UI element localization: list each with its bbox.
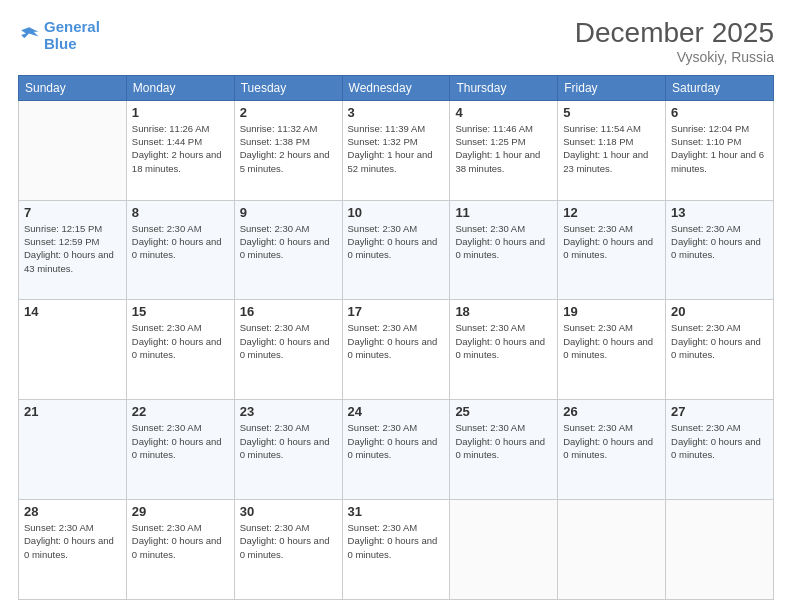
day-info: Sunset: 2:30 AM Daylight: 0 hours and 0 … [240,521,337,561]
calendar-week-row: 1Sunrise: 11:26 AM Sunset: 1:44 PM Dayli… [19,100,774,200]
day-number: 2 [240,105,337,120]
day-info: Sunset: 2:30 AM Daylight: 0 hours and 0 … [671,222,768,262]
day-info: Sunset: 2:30 AM Daylight: 0 hours and 0 … [563,222,660,262]
table-row: 5Sunrise: 11:54 AM Sunset: 1:18 PM Dayli… [558,100,666,200]
day-number: 17 [348,304,445,319]
table-row: 9Sunset: 2:30 AM Daylight: 0 hours and 0… [234,200,342,300]
day-number: 27 [671,404,768,419]
day-number: 21 [24,404,121,419]
table-row: 19Sunset: 2:30 AM Daylight: 0 hours and … [558,300,666,400]
day-info: Sunset: 2:30 AM Daylight: 0 hours and 0 … [24,521,121,561]
table-row: 22Sunset: 2:30 AM Daylight: 0 hours and … [126,400,234,500]
svg-marker-0 [21,27,38,38]
day-info: Sunset: 2:30 AM Daylight: 0 hours and 0 … [348,222,445,262]
table-row: 20Sunset: 2:30 AM Daylight: 0 hours and … [666,300,774,400]
day-number: 26 [563,404,660,419]
day-info: Sunset: 2:30 AM Daylight: 0 hours and 0 … [455,222,552,262]
header: General Blue December 2025 Vysokiy, Russ… [18,18,774,65]
table-row: 12Sunset: 2:30 AM Daylight: 0 hours and … [558,200,666,300]
logo-general: General [44,18,100,35]
table-row: 31Sunset: 2:30 AM Daylight: 0 hours and … [342,500,450,600]
table-row: 4Sunrise: 11:46 AM Sunset: 1:25 PM Dayli… [450,100,558,200]
col-sunday: Sunday [19,75,127,100]
day-number: 13 [671,205,768,220]
day-number: 5 [563,105,660,120]
day-info: Sunset: 2:30 AM Daylight: 0 hours and 0 … [455,321,552,361]
day-number: 15 [132,304,229,319]
day-info: Sunset: 2:30 AM Daylight: 0 hours and 0 … [671,421,768,461]
day-number: 29 [132,504,229,519]
day-info: Sunset: 2:30 AM Daylight: 0 hours and 0 … [563,421,660,461]
location: Vysokiy, Russia [575,49,774,65]
day-info: Sunrise: 11:26 AM Sunset: 1:44 PM Daylig… [132,122,229,175]
day-number: 1 [132,105,229,120]
day-info: Sunrise: 11:39 AM Sunset: 1:32 PM Daylig… [348,122,445,175]
calendar-week-row: 2122Sunset: 2:30 AM Daylight: 0 hours an… [19,400,774,500]
calendar-table: Sunday Monday Tuesday Wednesday Thursday… [18,75,774,600]
table-row [558,500,666,600]
day-info: Sunset: 2:30 AM Daylight: 0 hours and 0 … [563,321,660,361]
day-info: Sunset: 2:30 AM Daylight: 0 hours and 0 … [132,321,229,361]
day-number: 22 [132,404,229,419]
page: General Blue December 2025 Vysokiy, Russ… [0,0,792,612]
day-info: Sunset: 2:30 AM Daylight: 0 hours and 0 … [455,421,552,461]
day-info: Sunset: 2:30 AM Daylight: 0 hours and 0 … [132,421,229,461]
day-info: Sunset: 2:30 AM Daylight: 0 hours and 0 … [240,321,337,361]
table-row: 21 [19,400,127,500]
title-block: December 2025 Vysokiy, Russia [575,18,774,65]
calendar-header-row: Sunday Monday Tuesday Wednesday Thursday… [19,75,774,100]
day-number: 8 [132,205,229,220]
day-number: 11 [455,205,552,220]
day-info: Sunset: 2:30 AM Daylight: 0 hours and 0 … [348,421,445,461]
day-info: Sunrise: 11:32 AM Sunset: 1:38 PM Daylig… [240,122,337,175]
table-row: 2Sunrise: 11:32 AM Sunset: 1:38 PM Dayli… [234,100,342,200]
day-number: 12 [563,205,660,220]
table-row: 7Sunrise: 12:15 PM Sunset: 12:59 PM Dayl… [19,200,127,300]
table-row: 24Sunset: 2:30 AM Daylight: 0 hours and … [342,400,450,500]
day-number: 7 [24,205,121,220]
day-number: 24 [348,404,445,419]
day-info: Sunset: 2:30 AM Daylight: 0 hours and 0 … [240,421,337,461]
day-number: 6 [671,105,768,120]
day-info: Sunset: 2:30 AM Daylight: 0 hours and 0 … [240,222,337,262]
table-row: 26Sunset: 2:30 AM Daylight: 0 hours and … [558,400,666,500]
table-row: 14 [19,300,127,400]
table-row: 10Sunset: 2:30 AM Daylight: 0 hours and … [342,200,450,300]
table-row: 30Sunset: 2:30 AM Daylight: 0 hours and … [234,500,342,600]
col-wednesday: Wednesday [342,75,450,100]
table-row: 17Sunset: 2:30 AM Daylight: 0 hours and … [342,300,450,400]
day-info: Sunset: 2:30 AM Daylight: 0 hours and 0 … [132,222,229,262]
day-number: 28 [24,504,121,519]
table-row: 27Sunset: 2:30 AM Daylight: 0 hours and … [666,400,774,500]
logo: General Blue [18,18,100,53]
day-info: Sunrise: 11:54 AM Sunset: 1:18 PM Daylig… [563,122,660,175]
table-row [450,500,558,600]
day-number: 10 [348,205,445,220]
calendar-week-row: 7Sunrise: 12:15 PM Sunset: 12:59 PM Dayl… [19,200,774,300]
day-number: 18 [455,304,552,319]
col-monday: Monday [126,75,234,100]
day-info: Sunrise: 11:46 AM Sunset: 1:25 PM Daylig… [455,122,552,175]
logo-blue: Blue [44,35,100,52]
table-row [666,500,774,600]
col-thursday: Thursday [450,75,558,100]
day-number: 31 [348,504,445,519]
table-row: 29Sunset: 2:30 AM Daylight: 0 hours and … [126,500,234,600]
table-row: 11Sunset: 2:30 AM Daylight: 0 hours and … [450,200,558,300]
table-row [19,100,127,200]
calendar-week-row: 28Sunset: 2:30 AM Daylight: 0 hours and … [19,500,774,600]
month-year: December 2025 [575,18,774,49]
day-number: 23 [240,404,337,419]
day-number: 16 [240,304,337,319]
table-row: 13Sunset: 2:30 AM Daylight: 0 hours and … [666,200,774,300]
day-number: 20 [671,304,768,319]
day-info: Sunset: 2:30 AM Daylight: 0 hours and 0 … [132,521,229,561]
day-number: 30 [240,504,337,519]
col-friday: Friday [558,75,666,100]
logo-text: General Blue [44,18,100,53]
table-row: 18Sunset: 2:30 AM Daylight: 0 hours and … [450,300,558,400]
day-number: 3 [348,105,445,120]
day-info: Sunset: 2:30 AM Daylight: 0 hours and 0 … [348,521,445,561]
day-number: 19 [563,304,660,319]
table-row: 1Sunrise: 11:26 AM Sunset: 1:44 PM Dayli… [126,100,234,200]
